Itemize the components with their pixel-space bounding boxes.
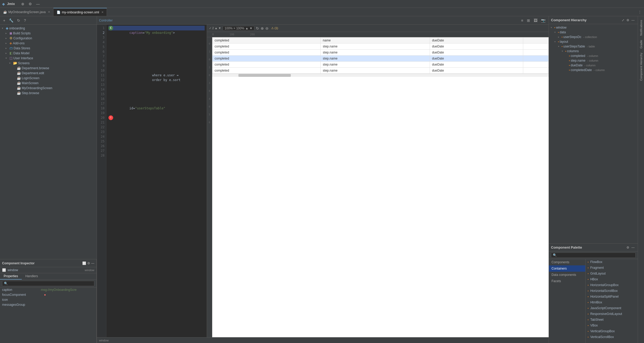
hierarchy-item-dueDate[interactable]: ▪dueDate- column — [549, 63, 638, 68]
sidebar-help-btn[interactable]: ? — [23, 18, 27, 23]
side-tab-gradle[interactable]: Gradle — [639, 38, 643, 50]
palette-item-horizontalscrollbox[interactable]: ▪HorizontalScrollBox — [586, 288, 638, 294]
palette-item-fragment[interactable]: ▪Fragment — [586, 265, 638, 271]
hierarchy-item-stepname[interactable]: ▪step.name- column — [549, 58, 638, 63]
tree-item-configuration[interactable]: ▸⚙Configuration — [0, 36, 97, 41]
tree-item-screens[interactable]: ▾📂Screens — [0, 61, 97, 66]
scrollbar-thumb[interactable] — [238, 74, 291, 77]
code-line-17 — [108, 97, 205, 101]
palette-item-tabsheet[interactable]: ▪TabSheet — [586, 317, 638, 323]
hierarchy-item-completed[interactable]: ▪completed- column — [549, 53, 638, 58]
prop-row: messagesGroup — [0, 302, 96, 307]
tab-handlers[interactable]: Handlers — [22, 273, 42, 280]
hierarchy-item-window[interactable]: ▾▪window — [549, 25, 638, 30]
code-editor[interactable]: 1234567891011121314151617181920212223242… — [97, 25, 207, 337]
palette-item-javascriptcomponent[interactable]: ▪JavaScriptComponent — [586, 305, 638, 311]
preview-table-header: name — [321, 37, 430, 44]
hierarchy-item-columns[interactable]: ▾▪columns — [549, 49, 638, 53]
tree-item-myonboardingscreen[interactable]: ☕MyOnboardingScreen — [0, 85, 97, 90]
inspector-expand-btn[interactable]: ⬜ — [82, 261, 86, 265]
palette-cat-facets[interactable]: Facets — [549, 278, 585, 284]
palette-item-horizontalsplitpanel[interactable]: ▪HorizontalSplitPanel — [586, 294, 638, 299]
palette-item-hbox[interactable]: ▪HBox — [586, 276, 638, 282]
tab-more-btn[interactable]: ⋮ — [636, 10, 644, 14]
sidebar-add-btn[interactable]: + — [2, 18, 6, 23]
palette-item-gridlayout[interactable]: ▪GridLayout — [586, 271, 638, 276]
component-inspector: Component Inspector ⬜ ⚙ — ⬜ window windo… — [0, 259, 97, 343]
tree-item-addons[interactable]: ▸◈Add-ons — [0, 41, 97, 46]
code-line-27 — [108, 144, 205, 148]
title-bar-nav-btn[interactable]: ⊕ — [20, 2, 25, 6]
tab-xml-close[interactable]: ✕ — [101, 11, 103, 14]
preview-refresh-btn[interactable]: ↻ — [256, 26, 259, 30]
preview-zoom-out-btn[interactable]: ⊖ — [265, 26, 269, 30]
hierarchy-item-data[interactable]: ▾▪data — [549, 30, 638, 35]
side-tab-hierarchy[interactable]: Component Hierarchy — [639, 51, 643, 82]
palette-item-flowbox[interactable]: ▪FlowBox — [586, 259, 638, 265]
tree-item-datamodel[interactable]: ▸◧Data Model — [0, 51, 97, 56]
palette-cat-containers[interactable]: Containers — [549, 265, 585, 272]
zoom-up-btn[interactable]: ▲ — [245, 26, 248, 30]
hierarchy-item-userStepsTable[interactable]: ▾▪userStepsTable- table — [549, 44, 638, 49]
sidebar-refresh-btn[interactable]: ↻ — [16, 18, 21, 23]
code-content[interactable]: C caption="My onboarding"> where e.user … — [106, 25, 207, 149]
title-bar-settings-btn[interactable]: ⚙ — [28, 2, 33, 6]
hierarchy-item-completedDate[interactable]: ▪completedDate- column — [549, 68, 638, 72]
code-line-24 — [108, 130, 205, 134]
title-bar: ◆ Jmix ⊕ ⚙ — — [0, 0, 644, 8]
tree-item-onboarding[interactable]: ▾◆onboarding — [0, 26, 97, 31]
tree-item-userinterface[interactable]: ▾◫User Interface — [0, 56, 97, 61]
tree-item-buildscripts[interactable]: ▸◼Build Scripts — [0, 31, 97, 36]
hierarchy-settings-btn[interactable]: ⚙ — [625, 18, 630, 23]
code-line-12: where e.user = — [108, 73, 205, 78]
zoom-down-btn[interactable]: ▼ — [249, 26, 253, 30]
hierarchy-close-btn[interactable]: — — [630, 18, 636, 23]
tab-java-icon: ☕ — [3, 10, 7, 14]
app-icon: ◆ — [2, 2, 5, 6]
tab-xml[interactable]: 📄 my-onboarding-screen.xml ✕ — [53, 8, 107, 16]
title-bar-minimize-btn[interactable]: — — [35, 2, 41, 6]
tree-item-mainscreen[interactable]: ☕MainScreen — [0, 81, 97, 85]
inspector-close-btn[interactable]: — — [91, 261, 94, 265]
tree-item-datastores[interactable]: ▸🗃Data Stores — [0, 46, 97, 51]
palette-search-input[interactable] — [551, 253, 636, 258]
tree-item-departmentedit[interactable]: ☕Department.edit — [0, 71, 97, 76]
tree-item-stepbrowse[interactable]: ☕Step.browse — [0, 90, 97, 95]
palette-item-horizontalgroupbox[interactable]: ▪HorizontalGroupBox — [586, 282, 638, 288]
preview-scrollbar-h[interactable] — [212, 74, 549, 77]
tab-properties[interactable]: Properties — [0, 273, 22, 280]
hierarchy-expand-btn[interactable]: ⤢ — [621, 18, 625, 23]
tab-java[interactable]: ☕ MyOnboardingScreen.java ✕ — [0, 8, 53, 16]
hierarchy-item-layout[interactable]: ▾▪layout — [549, 39, 638, 44]
code-line-15 — [108, 87, 205, 92]
palette-item-responsivegridlayout[interactable]: ▪ResponsiveGridLayout — [586, 311, 638, 317]
sidebar-tools-btn[interactable]: 🔧 — [8, 18, 14, 23]
preview-zoom-in-btn[interactable]: ⊕ — [261, 26, 264, 30]
tree-item-departmentbrowse[interactable]: ☕Department.browse — [0, 66, 97, 71]
inspector-settings-btn[interactable]: ⚙ — [87, 261, 90, 265]
toolbar-list-btn[interactable]: ≡ — [520, 18, 524, 23]
palette-settings-btn[interactable]: ⚙ — [625, 245, 630, 250]
palette-item-verticalscrollbox[interactable]: ▪VerticalScrollBox — [586, 334, 638, 340]
tree-item-loginscreen[interactable]: ☕LoginScreen — [0, 76, 97, 81]
toolbar-grid-btn[interactable]: ⊞ — [526, 18, 531, 23]
palette-cat-data-components[interactable]: Data components — [549, 272, 585, 278]
palette-item-verticalgroupbox[interactable]: ▪VerticalGroupBox — [586, 328, 638, 334]
zoom-control[interactable]: 100% × 100% ▲ ▼ — [223, 26, 254, 31]
toolbar-image-btn[interactable]: 🖼 — [533, 18, 538, 23]
tab-java-close[interactable]: ✕ — [48, 10, 50, 13]
inspector-search-input[interactable] — [2, 281, 94, 286]
component-name: window — [8, 268, 18, 272]
project-tree[interactable]: ▾◆onboarding▸◼Build Scripts▸⚙Configurati… — [0, 25, 97, 259]
side-tab-notifications[interactable]: Notifications — [639, 18, 643, 37]
toolbar-camera-btn[interactable]: 📷 — [540, 18, 547, 23]
controller-label: Controller — [99, 19, 113, 22]
hierarchy-item-userStepsDc[interactable]: ▸▪userStepsDc- collection — [549, 35, 638, 39]
palette-item-vbox[interactable]: ▪VBox — [586, 323, 638, 328]
palette-close-btn[interactable]: — — [630, 245, 636, 250]
palette-item-htmlbox[interactable]: ▪HtmlBox — [586, 299, 638, 305]
tab-xml-label: my-onboarding-screen.xml — [62, 10, 99, 14]
prop-row: icon — [0, 297, 96, 302]
palette-cat-components[interactable]: Components — [549, 259, 585, 265]
hierarchy-tree[interactable]: ▾▪window▾▪data▸▪userStepsDc- collection▾… — [549, 24, 638, 243]
